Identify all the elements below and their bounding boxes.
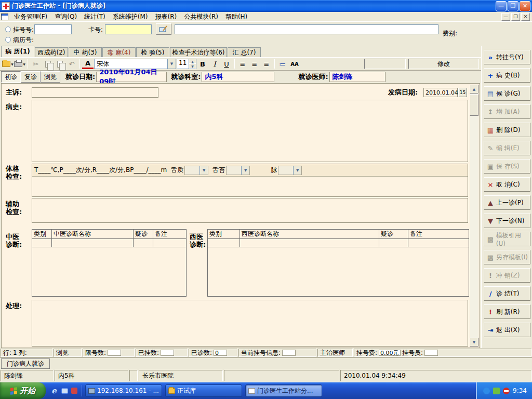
tcm-diagnosis-table[interactable]: 类别 中医诊断名称 疑诊 备注 bbox=[32, 229, 187, 297]
tab-outpatient-visit[interactable]: 门诊病人就诊 bbox=[1, 358, 50, 369]
refresh-button[interactable]: !刷 新(R) bbox=[484, 304, 530, 319]
next-visit-button[interactable]: ▼下一诊(N) bbox=[484, 214, 530, 228]
menu-business[interactable]: 业务管理(F) bbox=[10, 11, 51, 22]
cancel-button[interactable]: ×取 消(C) bbox=[484, 177, 530, 192]
menu-maintenance[interactable]: 系统维护(M) bbox=[109, 11, 152, 22]
tongue-coating-combo[interactable]: ▼ bbox=[226, 166, 250, 175]
reg-no-input[interactable] bbox=[34, 24, 72, 34]
save-template-button[interactable]: ▩另存模板(I) bbox=[484, 250, 530, 264]
finish-diagnosis-button[interactable]: /诊 结(T) bbox=[484, 286, 530, 301]
quick-launch-app-icon[interactable] bbox=[71, 388, 77, 394]
restore-button[interactable]: ❐ bbox=[508, 1, 518, 11]
tab-lab-tests[interactable]: 检 验(5) bbox=[136, 47, 169, 57]
mdi-close-button[interactable]: ✕ bbox=[521, 13, 530, 21]
modify-button[interactable]: 修改 bbox=[408, 59, 479, 69]
reg-no-radio[interactable] bbox=[5, 26, 11, 32]
previous-visit-button[interactable]: ▲上一诊(P) bbox=[484, 195, 530, 210]
first-visit-button[interactable]: 初诊 bbox=[1, 71, 21, 83]
undo-button[interactable]: ↶ bbox=[66, 58, 77, 70]
patient-summary-input[interactable] bbox=[175, 24, 438, 34]
align-left-button[interactable]: ≡ bbox=[237, 58, 248, 70]
open-button[interactable]: ▼ bbox=[2, 58, 14, 70]
spinner-up-icon[interactable]: ▲ bbox=[189, 59, 196, 64]
edit-button[interactable]: ✎编 辑(E) bbox=[484, 141, 530, 155]
exit-button[interactable]: ⇥退 出(X) bbox=[484, 323, 530, 337]
pulse-combo[interactable]: ▼ bbox=[278, 166, 302, 175]
menu-statistics[interactable]: 统计(T) bbox=[81, 11, 109, 22]
menu-modules[interactable]: 公共模块(R) bbox=[180, 11, 222, 22]
card-no-input[interactable] bbox=[105, 24, 152, 34]
browse-button[interactable]: 浏览 bbox=[41, 71, 60, 83]
minimize-button[interactable]: — bbox=[496, 1, 507, 11]
tray-network-icon[interactable] bbox=[483, 388, 490, 394]
add-button[interactable]: ↕增 加(A) bbox=[484, 104, 530, 119]
delete-button[interactable]: ▦删 除(D) bbox=[484, 123, 530, 137]
template-quote-button[interactable]: ▩模板引用(U) bbox=[484, 232, 530, 246]
tab-western-medicine[interactable]: 西成药(2) bbox=[35, 47, 68, 57]
chevron-down-icon[interactable]: ▼ bbox=[200, 166, 208, 175]
onset-date-input[interactable]: 2010.01.04 bbox=[423, 88, 458, 97]
font-size-select[interactable]: 11 ▲▼ bbox=[177, 59, 196, 69]
task-remote-desktop[interactable]: 192.168.10.161 - ... bbox=[85, 384, 162, 397]
print-button[interactable]: ▼ bbox=[14, 58, 25, 70]
task-folder[interactable]: 正试库 bbox=[165, 384, 242, 397]
chevron-down-icon[interactable]: ▼ bbox=[241, 166, 249, 175]
menu-help[interactable]: 帮助(H) bbox=[222, 11, 251, 22]
chief-complaint-input[interactable] bbox=[32, 87, 158, 98]
font-color-button[interactable]: A bbox=[82, 59, 94, 69]
cut-button[interactable]: ✂ bbox=[30, 58, 42, 70]
tab-summary[interactable]: 汇 总(7) bbox=[228, 47, 261, 57]
tongue-quality-combo[interactable]: ▼ bbox=[184, 166, 208, 175]
add-history-button[interactable]: +病 史(B) bbox=[484, 68, 530, 83]
chevron-down-icon: ▼ bbox=[11, 62, 14, 66]
internet-explorer-icon[interactable]: e bbox=[50, 387, 58, 395]
case-no-radio[interactable] bbox=[5, 37, 11, 43]
show-desktop-icon[interactable] bbox=[61, 388, 68, 394]
return-visit-button[interactable]: 复诊 bbox=[21, 71, 41, 83]
italic-button[interactable]: I bbox=[209, 58, 220, 70]
close-button[interactable]: ✕ bbox=[520, 1, 530, 11]
waiting-list-button[interactable]: ▤候 诊(G) bbox=[484, 86, 530, 101]
align-center-button[interactable]: ≡ bbox=[249, 58, 260, 70]
tab-medical-record[interactable]: 病 历(1) bbox=[1, 46, 34, 57]
physical-exam-area[interactable]: T____℃,P____次/分,R____次/分,BP____/____m 舌质… bbox=[32, 164, 468, 197]
aux-exam-textarea[interactable] bbox=[32, 198, 468, 223]
treatment-textarea[interactable] bbox=[32, 300, 468, 347]
spinner-down-icon[interactable]: ▼ bbox=[189, 64, 196, 69]
button-label: 保 存(S) bbox=[496, 162, 520, 171]
underline-button[interactable]: U bbox=[221, 58, 232, 70]
menu-query[interactable]: 查询(Q) bbox=[51, 11, 81, 22]
paste-button[interactable] bbox=[54, 58, 65, 70]
scrollbar-thumb[interactable] bbox=[470, 94, 478, 116]
form-vertical-scrollbar[interactable]: ▲ ▼ bbox=[470, 85, 478, 347]
western-diagnosis-table[interactable]: 类别 西医诊断名称 疑诊 备注 bbox=[207, 229, 469, 297]
save-button[interactable]: ▣保 存(S) bbox=[484, 159, 530, 174]
tab-narcotics[interactable]: 毒 麻(4) bbox=[102, 47, 136, 57]
copy-button[interactable] bbox=[42, 58, 54, 70]
menu-reports[interactable]: 报表(R) bbox=[152, 11, 181, 22]
tab-exam-surgery[interactable]: 检查手术治疗等(6) bbox=[170, 47, 227, 57]
chevron-down-icon[interactable]: ▼ bbox=[293, 166, 301, 175]
task-workstation[interactable]: 门诊医生工作站分... bbox=[245, 384, 322, 397]
start-button[interactable]: 开始 bbox=[0, 382, 46, 399]
history-textarea[interactable] bbox=[32, 100, 468, 162]
tcm-table-empty-row[interactable] bbox=[32, 239, 186, 247]
bullet-list-button[interactable]: ≔ bbox=[277, 58, 288, 70]
calendar-button[interactable]: 15 bbox=[458, 88, 467, 97]
transfer-registration-button[interactable]: »转挂号(Y) bbox=[484, 50, 530, 64]
scroll-up-button[interactable]: ▲ bbox=[470, 85, 478, 94]
tab-chinese-medicine[interactable]: 中 药(3) bbox=[69, 47, 102, 57]
chevron-down-icon[interactable]: ▼ bbox=[167, 59, 176, 69]
font-scale-button[interactable]: AA bbox=[289, 58, 300, 70]
tray-disconnect-icon[interactable] bbox=[503, 388, 510, 394]
align-right-button[interactable]: ≡ bbox=[261, 58, 272, 70]
tray-security-icon[interactable] bbox=[493, 388, 500, 394]
footer-spacer bbox=[129, 370, 138, 381]
mdi-minimize-button[interactable]: — bbox=[501, 13, 510, 21]
western-table-empty-row[interactable] bbox=[208, 239, 469, 247]
bold-button[interactable]: B bbox=[197, 58, 208, 70]
card-reader-button[interactable] bbox=[156, 23, 171, 35]
reverse-button[interactable]: !冲 销(Z) bbox=[484, 268, 530, 283]
mdi-restore-button[interactable]: ❐ bbox=[511, 13, 520, 21]
scroll-down-button[interactable]: ▼ bbox=[470, 338, 478, 347]
